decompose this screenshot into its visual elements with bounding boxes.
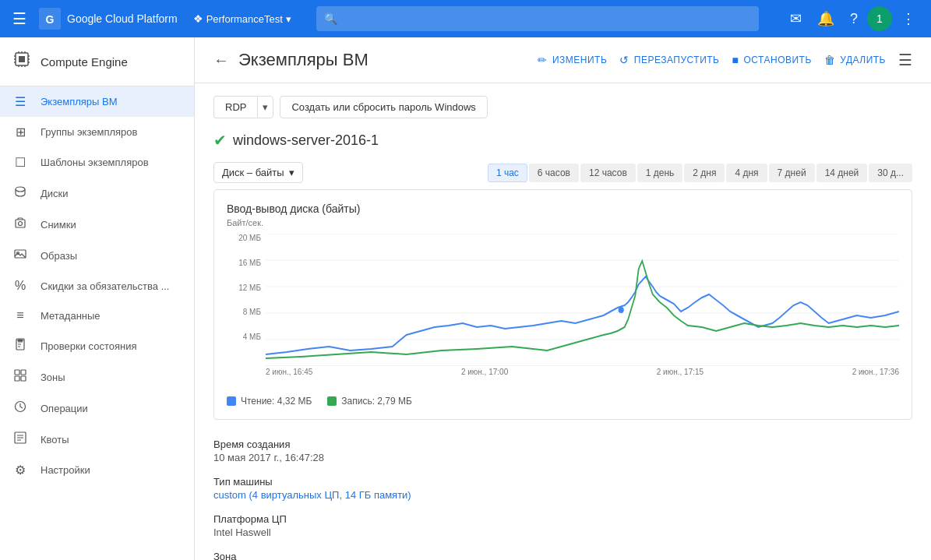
sidebar-item-label: Операции xyxy=(41,403,88,414)
zones-icon xyxy=(12,369,28,385)
disks-icon xyxy=(12,185,28,201)
y-label-2: 8 МБ xyxy=(243,308,261,316)
metric-dropdown-icon: ▾ xyxy=(289,167,294,178)
sidebar-item-instance-templates[interactable]: ☐ Шаблоны экземпляров xyxy=(0,147,194,178)
notifications-icon[interactable]: 🔔 xyxy=(811,4,841,33)
stop-icon: ■ xyxy=(732,54,739,66)
sidebar-item-metadata[interactable]: ≡ Метаданные xyxy=(0,301,194,330)
legend-write-color xyxy=(327,396,337,406)
project-name: PerformanceTest xyxy=(206,13,283,25)
vm-instances-icon: ☰ xyxy=(12,94,28,109)
details-section: Время создания 10 мая 2017 г., 16:47:28 … xyxy=(213,432,912,560)
rdp-dropdown-icon: ▾ xyxy=(263,101,268,113)
y-label-1: 4 МБ xyxy=(243,333,261,341)
time-btn-14d[interactable]: 14 дней xyxy=(816,164,868,182)
svg-rect-17 xyxy=(16,220,25,227)
legend-read-color xyxy=(227,396,236,406)
y-label-3: 12 МБ xyxy=(238,284,261,292)
sidebar-item-zones[interactable]: Зоны xyxy=(0,361,194,393)
menu-icon[interactable]: ☰ xyxy=(9,6,30,31)
detail-cpu-platform: Платформа ЦП Intel Haswell xyxy=(213,513,912,538)
sidebar-item-vm-instances[interactable]: ☰ Экземпляры ВМ xyxy=(0,86,194,117)
topbar: ☰ G Google Cloud Platform ❖ PerformanceT… xyxy=(0,0,931,37)
chart-svg xyxy=(266,234,899,366)
x-label-3: 2 июн., 17:15 xyxy=(657,368,704,376)
edit-icon: ✏ xyxy=(538,54,548,66)
sidebar-item-label: Группы экземпляров xyxy=(41,126,137,138)
edit-button[interactable]: ✏ ИЗМЕНИТЬ xyxy=(538,54,607,66)
svg-rect-25 xyxy=(15,376,19,381)
svg-point-18 xyxy=(19,222,23,226)
sidebar-item-label: Образы xyxy=(41,250,77,262)
search-container: 🔍 xyxy=(316,6,759,31)
operations-icon xyxy=(12,400,28,416)
more-actions-icon[interactable]: ☰ xyxy=(898,51,912,69)
topbar-project[interactable]: ❖ PerformanceTest ▾ xyxy=(193,12,291,25)
stop-button[interactable]: ■ ОСТАНОВИТЬ xyxy=(732,54,811,66)
metric-selector[interactable]: Диск – байты ▾ xyxy=(213,162,303,183)
metric-label: Диск – байты xyxy=(222,167,284,178)
time-btn-30d[interactable]: 30 д... xyxy=(869,164,912,182)
sidebar-item-discounts[interactable]: % Скидки за обязательства ... xyxy=(0,271,194,301)
header-actions: ✏ ИЗМЕНИТЬ ↺ ПЕРЕЗАПУСТИТЬ ■ ОСТАНОВИТЬ … xyxy=(538,51,912,69)
metadata-icon: ≡ xyxy=(12,308,28,322)
cpu-platform-value: Intel Haswell xyxy=(213,527,912,538)
sidebar-item-label: Экземпляры ВМ xyxy=(41,96,118,107)
sidebar-item-images[interactable]: Образы xyxy=(0,240,194,271)
rdp-button[interactable]: RDP xyxy=(213,96,257,118)
legend-write-label: Запись: 2,79 МБ xyxy=(341,396,412,407)
time-btn-1d[interactable]: 1 день xyxy=(637,164,683,182)
svg-text:G: G xyxy=(46,13,55,26)
sidebar-item-quotas[interactable]: Квоты xyxy=(0,424,194,455)
time-btn-1h[interactable]: 1 час xyxy=(488,164,527,182)
sidebar-item-disks[interactable]: Диски xyxy=(0,178,194,209)
y-label-5: 20 МБ xyxy=(238,234,261,242)
sidebar-item-label: Метаданные xyxy=(41,310,101,322)
x-label-4: 2 июн., 17:36 xyxy=(852,368,899,376)
legend-write: Запись: 2,79 МБ xyxy=(327,396,412,407)
chart-controls: Диск – байты ▾ 1 час 6 часов 12 часов 1 … xyxy=(213,162,912,183)
restart-label: ПЕРЕЗАПУСТИТЬ xyxy=(634,55,720,65)
legend-read: Чтение: 4,32 МБ xyxy=(227,396,312,407)
help-icon[interactable]: ? xyxy=(844,5,864,33)
vm-name-row: ✔ windows-server-2016-1 xyxy=(213,131,912,150)
quotas-icon xyxy=(12,431,28,447)
avatar[interactable]: 1 xyxy=(867,6,892,31)
delete-button[interactable]: 🗑 УДАЛИТЬ xyxy=(824,54,886,66)
time-btn-2d[interactable]: 2 дня xyxy=(684,164,725,182)
sidebar-item-operations[interactable]: Операции xyxy=(0,393,194,424)
more-icon[interactable]: ⋮ xyxy=(895,4,922,33)
rdp-dropdown[interactable]: ▾ xyxy=(257,96,273,118)
y-label-4: 16 МБ xyxy=(238,259,261,267)
email-icon[interactable]: ✉ xyxy=(784,4,808,33)
page-title: Экземпляры ВМ xyxy=(238,50,528,70)
search-input[interactable] xyxy=(316,6,759,31)
x-label-2: 2 июн., 17:00 xyxy=(461,368,508,376)
creation-time-value: 10 мая 2017 г., 16:47:28 xyxy=(213,452,912,463)
time-btn-7d[interactable]: 7 дней xyxy=(769,164,815,182)
restart-button[interactable]: ↺ ПЕРЕЗАПУСТИТЬ xyxy=(619,54,719,66)
sidebar-item-instance-groups[interactable]: ⊞ Группы экземпляров xyxy=(0,117,194,147)
create-password-button[interactable]: Создать или сбросить пароль Windows xyxy=(280,96,487,118)
svg-rect-26 xyxy=(21,376,26,381)
main-content: ← Экземпляры ВМ ✏ ИЗМЕНИТЬ ↺ ПЕРЕЗАПУСТИ… xyxy=(195,37,931,560)
legend-read-label: Чтение: 4,32 МБ xyxy=(241,396,312,407)
edit-label: ИЗМЕНИТЬ xyxy=(552,55,607,65)
sidebar-item-settings[interactable]: ⚙ Настройки xyxy=(0,455,194,485)
topbar-logo-text: Google Cloud Platform xyxy=(67,12,178,25)
time-btn-12h[interactable]: 12 часов xyxy=(580,164,636,182)
vm-status-icon: ✔ xyxy=(213,131,227,150)
machine-type-value[interactable]: custom (4 виртуальных ЦП, 14 ГБ памяти) xyxy=(213,489,912,501)
sidebar-item-label: Снимки xyxy=(41,219,76,231)
svg-rect-22 xyxy=(18,340,23,341)
time-btn-4d[interactable]: 4 дня xyxy=(726,164,767,182)
page-header: ← Экземпляры ВМ ✏ ИЗМЕНИТЬ ↺ ПЕРЕЗАПУСТИ… xyxy=(195,37,931,83)
images-icon xyxy=(12,248,28,263)
time-btn-6h[interactable]: 6 часов xyxy=(529,164,579,182)
back-button[interactable]: ← xyxy=(213,51,229,69)
sidebar-header: Compute Engine xyxy=(0,37,194,86)
sidebar-item-snapshots[interactable]: Снимки xyxy=(0,209,194,240)
sidebar-item-health-checks[interactable]: Проверки состояния xyxy=(0,330,194,361)
health-checks-icon xyxy=(12,338,28,354)
sidebar-item-label: Диски xyxy=(41,188,69,199)
